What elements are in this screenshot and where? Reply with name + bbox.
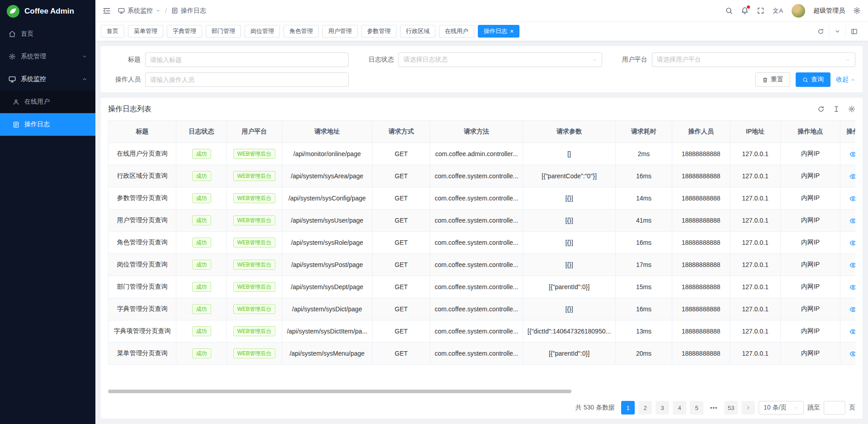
- page-number-button[interactable]: 1: [621, 401, 635, 414]
- cell-request-params: [{}]: [523, 232, 616, 254]
- cell-request-url: /api/system/sysUser/page: [282, 210, 373, 232]
- view-detail-eye-icon[interactable]: [849, 328, 856, 335]
- page-size-select[interactable]: 10 条/页: [759, 401, 804, 414]
- page-number-button[interactable]: 2: [638, 401, 652, 414]
- breadcrumb-current: 操作日志: [171, 7, 206, 15]
- view-detail-eye-icon[interactable]: [849, 262, 856, 269]
- view-detail-eye-icon[interactable]: [849, 195, 856, 202]
- app-root: Coffee Admin 首页 系统管理: [0, 0, 868, 424]
- tab[interactable]: 岗位管理: [245, 25, 280, 38]
- operator-input[interactable]: [145, 72, 349, 87]
- view-detail-eye-icon[interactable]: [849, 284, 856, 291]
- page-number-button[interactable]: 53: [724, 401, 738, 414]
- user-platform-select[interactable]: 请选择用户平台: [652, 52, 855, 67]
- cell-title: 参数管理分页查询: [108, 187, 176, 210]
- view-detail-eye-icon[interactable]: [849, 173, 856, 180]
- page-number-button[interactable]: 5: [690, 401, 703, 414]
- row-density-icon[interactable]: [833, 105, 840, 113]
- next-page-button[interactable]: [741, 401, 755, 414]
- tab[interactable]: 菜单管理: [128, 25, 163, 38]
- tab[interactable]: 参数管理: [361, 25, 396, 38]
- cell-title: 字典项管理分页查询: [108, 320, 176, 343]
- column-header: 请求参数: [523, 121, 616, 143]
- cell-request-function: com.coffee.system.controlle...: [430, 210, 523, 232]
- cell-duration: 17ms: [616, 254, 672, 276]
- cell-request-function: com.coffee.system.controlle...: [430, 165, 523, 187]
- breadcrumb-current-label: 操作日志: [181, 7, 206, 15]
- tab[interactable]: 操作日志 ×: [478, 25, 519, 38]
- log-table: 标题日志状态用户平台请求地址请求方式请求方法请求参数请求耗时操作人员IP地址操作…: [108, 120, 855, 386]
- jump-page-input[interactable]: [824, 401, 845, 414]
- settings-gear-icon[interactable]: [853, 7, 861, 14]
- collapse-sidebar-icon[interactable]: [103, 7, 111, 15]
- cell-title: 部门管理分页查询: [108, 276, 176, 298]
- tab[interactable]: 行政区域: [400, 25, 435, 38]
- search-icon[interactable]: [725, 7, 733, 14]
- refresh-tabs-icon[interactable]: [812, 25, 829, 38]
- view-detail-eye-icon[interactable]: [849, 306, 856, 313]
- title-input[interactable]: [145, 52, 349, 67]
- column-header: 请求方法: [430, 121, 523, 143]
- column-header: 请求耗时: [616, 121, 672, 143]
- cell-location: 内网IP: [781, 320, 840, 343]
- search-icon: [802, 77, 808, 83]
- fullscreen-icon[interactable]: [757, 7, 764, 14]
- view-detail-eye-icon[interactable]: [849, 217, 856, 224]
- current-user-name[interactable]: 超级管理员: [813, 7, 845, 15]
- sidebar: Coffee Admin 首页 系统管理: [0, 0, 95, 424]
- collapse-filters-link[interactable]: 收起: [836, 76, 855, 84]
- avatar[interactable]: [792, 4, 805, 18]
- cell-request-method: GET: [373, 210, 430, 232]
- column-settings-gear-icon[interactable]: [848, 105, 855, 113]
- cell-platform: WEB管理后台: [227, 343, 282, 365]
- cell-actions: [840, 320, 856, 343]
- sidebar-item-system-management[interactable]: 系统管理: [0, 45, 95, 68]
- cell-request-method: GET: [373, 276, 430, 298]
- cell-actions: [840, 276, 856, 298]
- notification-bell-icon[interactable]: [741, 7, 749, 14]
- cell-request-params: [{"parentCode":"0"}]: [523, 165, 616, 187]
- jump-to-label: 跳至: [807, 404, 820, 412]
- tab[interactable]: 在线用户: [439, 25, 474, 38]
- platform-filter-label: 用户平台: [615, 56, 647, 64]
- tab-label: 行政区域: [406, 27, 429, 35]
- column-header: IP地址: [730, 121, 781, 143]
- page-number-button[interactable]: 4: [673, 401, 686, 414]
- sidebar-item-operation-log[interactable]: 操作日志: [0, 113, 95, 136]
- sidebar-item-home[interactable]: 首页: [0, 23, 95, 45]
- sidebar-item-system-monitor[interactable]: 系统监控: [0, 68, 95, 91]
- view-detail-eye-icon[interactable]: [849, 239, 856, 247]
- refresh-table-icon[interactable]: [817, 105, 825, 113]
- table-row: 菜单管理分页查询 成功 WEB管理后台 /api/system/sysMenu/…: [108, 343, 856, 365]
- tab-options-chevron-icon[interactable]: [829, 25, 845, 38]
- breadcrumb-parent[interactable]: 系统监控: [118, 7, 160, 15]
- tab-close-icon[interactable]: ×: [510, 28, 514, 34]
- page-ellipsis-button[interactable]: •••: [707, 401, 721, 414]
- layout-panel-icon[interactable]: [845, 25, 863, 38]
- cell-request-params: [{}]: [523, 254, 616, 276]
- column-header: 标题: [108, 121, 176, 143]
- horizontal-scrollbar[interactable]: [108, 390, 571, 393]
- cell-platform: WEB管理后台: [227, 210, 282, 232]
- view-detail-eye-icon[interactable]: [849, 151, 856, 158]
- page-number-button[interactable]: 3: [656, 401, 669, 414]
- tab[interactable]: 用户管理: [322, 25, 358, 38]
- cell-duration: 41ms: [616, 210, 672, 232]
- view-detail-eye-icon[interactable]: [849, 350, 856, 357]
- tab[interactable]: 部门管理: [206, 25, 241, 38]
- status-tag: 成功: [192, 348, 211, 358]
- tab[interactable]: 字典管理: [167, 25, 202, 38]
- reset-button[interactable]: 重置: [755, 72, 790, 87]
- cell-request-function: com.coffee.system.controlle...: [430, 343, 523, 365]
- log-status-select[interactable]: 请选择日志状态: [398, 52, 602, 67]
- translate-icon[interactable]: 文A: [773, 7, 783, 15]
- column-header: 请求方式: [373, 121, 430, 143]
- platform-tag: WEB管理后台: [233, 348, 275, 358]
- cell-actions: [840, 143, 856, 165]
- tab-label: 参数管理: [367, 27, 391, 35]
- cell-platform: WEB管理后台: [227, 187, 282, 210]
- search-button[interactable]: 查询: [796, 72, 830, 87]
- sidebar-item-online-users[interactable]: 在线用户: [0, 91, 95, 113]
- tab[interactable]: 首页: [101, 25, 124, 38]
- tab[interactable]: 角色管理: [283, 25, 319, 38]
